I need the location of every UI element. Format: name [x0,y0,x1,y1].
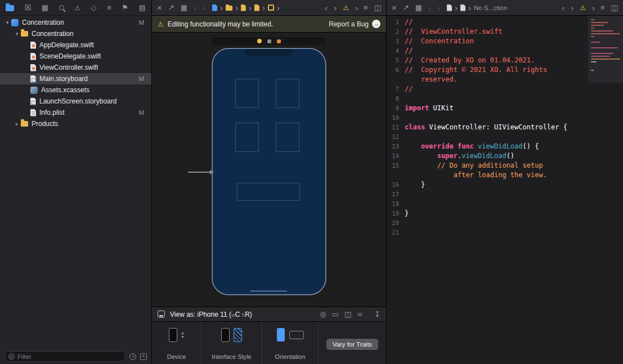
tree-item-scenedelegate-swift[interactable]: SceneDelegate.swift [0,51,151,62]
vary-for-traits-button[interactable]: Vary for Traits [326,339,379,350]
viewas-text[interactable]: View as: iPhone 11 (wC hR) [170,311,252,318]
issue-count-icon[interactable]: ⚠ [343,5,349,11]
crumb-back-icon[interactable]: ‹ [562,5,564,11]
code-line-10[interactable]: 10 [387,113,623,123]
symbol-navigator-icon[interactable]: ▦ [42,4,48,11]
related-items-icon[interactable]: ▦ [415,4,422,11]
bottom-view[interactable] [237,183,300,201]
breakpoint-navigator-icon[interactable]: ⚑ [122,4,128,11]
code-line-20[interactable]: 20 [387,218,623,228]
code-line-11[interactable]: 11class ViewController: UIViewController… [387,123,623,132]
go-forward-icon[interactable]: › [203,5,205,11]
code-line-19[interactable]: 19} [387,209,623,218]
code-line-1[interactable]: 1// [387,17,623,27]
report-navigator-icon[interactable]: ▤ [139,4,146,11]
disclosure-right-icon[interactable]: ▸ [13,121,21,127]
close-editor-icon[interactable]: × [157,3,162,12]
zoom-controls-icon[interactable]: ◎ [320,311,326,318]
first-responder-icon[interactable] [267,39,271,43]
crumb-file-2-icon[interactable] [254,5,259,11]
source-control-navigator-icon[interactable]: ☒ [25,4,32,11]
card-view[interactable] [235,79,259,108]
card-view[interactable] [235,123,259,152]
crumb-file-icon[interactable] [447,5,452,11]
recent-files-icon[interactable] [129,353,136,360]
tree-item-main-storyboard[interactable]: Main.storyboardM [0,73,151,84]
exit-icon[interactable] [277,39,281,43]
issue-count-icon[interactable]: ⚠ [580,5,586,11]
code-line-12[interactable]: 12 [387,132,623,142]
related-items-icon[interactable]: ▦ [181,4,187,11]
code-line-8[interactable]: 8 [387,94,623,104]
code-line-13[interactable]: 13 override func viewDidLoad() { [387,142,623,151]
minimap[interactable] [588,16,623,83]
code-line-21[interactable]: 21 [387,228,623,237]
adjust-editor-options-icon[interactable]: ≡ [600,4,605,11]
code-editor-area[interactable]: 1//2// ViewController.swift3// Concentra… [387,16,623,364]
iphone-canvas-frame[interactable] [212,48,326,295]
code-line-16[interactable]: 16 } [387,180,623,190]
go-back-icon[interactable]: ‹ [194,5,196,11]
embed-in-view-icon[interactable]: ▭ [332,311,339,318]
adjust-editor-options-icon[interactable]: ≡ [364,4,368,11]
code-line-9[interactable]: 9import UIKit [387,104,623,113]
card-view[interactable] [276,79,299,108]
update-frames-icon[interactable]: ↧ [374,311,380,318]
breadcrumb-selection[interactable]: No S...ction [474,5,507,11]
tree-item-launchscreen-storyboard[interactable]: LaunchScreen.storyboard [0,96,151,107]
landscape-orientation-icon[interactable] [289,331,304,339]
code-line-4[interactable]: 4// [387,46,623,56]
tree-item-products[interactable]: ▸Products [0,118,151,129]
go-back-icon[interactable]: ‹ [428,5,431,11]
light-style-icon[interactable] [234,328,242,342]
code-line-2[interactable]: 2// ViewController.swift [387,27,623,37]
crumb-group-icon[interactable] [226,6,232,11]
tree-item-concentration[interactable]: ▾ConcentrationM [0,17,151,28]
code-line-14[interactable]: 14 super.viewDidLoad() [387,151,623,161]
code-line-3[interactable]: 3// Concentration [387,37,623,46]
go-forward-icon[interactable]: › [437,5,440,11]
find-navigator-icon[interactable] [59,5,64,10]
card-view[interactable] [276,123,299,152]
filter-input[interactable]: Filter [5,351,126,362]
add-constraints-icon[interactable]: ≍ [357,311,363,318]
align-icon[interactable]: ◫ [344,311,351,318]
code-line-6[interactable]: 6// Copyright © 2021 XO. All rights rese… [387,65,623,84]
tree-item-appdelegate-swift[interactable]: AppDelegate.swift [0,39,151,51]
test-navigator-icon[interactable]: ◇ [91,4,97,11]
tree-item-info-plist[interactable]: Info.plistM [0,107,151,118]
source-control-status-icon[interactable] [140,353,147,360]
tree-item-assets-xcassets[interactable]: Assets.xcassets [0,84,151,96]
close-editor-icon[interactable]: × [392,3,397,12]
project-navigator-icon[interactable] [6,5,14,11]
report-a-bug-button[interactable]: Report a Bug → [329,20,380,28]
crumb-storyboard-icon[interactable] [268,5,274,11]
debug-navigator-icon[interactable]: ≡ [107,4,111,11]
tree-item-viewcontroller-swift[interactable]: ViewController.swift [0,62,151,73]
disclosure-down-icon[interactable]: ▾ [3,20,11,25]
crumb-back-icon[interactable]: ‹ [325,5,328,11]
device-stepper[interactable]: ▲▼ [181,331,185,339]
crumb-file-icon[interactable] [241,5,246,11]
initial-view-controller-arrow[interactable] [188,172,210,173]
device-phone-icon[interactable] [169,328,177,342]
focus-editor-icon[interactable]: ↗ [168,4,174,11]
crumb-project-icon[interactable] [212,5,217,11]
tree-item-concentration[interactable]: ▾Concentration [0,28,151,39]
crumb-forward-icon[interactable]: › [571,5,573,11]
focus-editor-icon[interactable]: ↗ [403,4,409,11]
add-editor-icon[interactable]: ◫ [611,4,618,11]
code-line-7[interactable]: 7// [387,84,623,94]
issue-navigator-icon[interactable]: ⚠ [74,5,80,11]
dark-style-icon[interactable] [221,328,230,342]
code-line-17[interactable]: 17 [387,190,623,199]
add-editor-icon[interactable]: ◫ [374,4,381,11]
interface-builder-canvas[interactable] [152,33,386,307]
disclosure-down-icon[interactable]: ▾ [13,31,21,37]
portrait-orientation-icon[interactable] [277,328,285,341]
crumb-file-2-icon[interactable] [460,5,465,11]
code-line-15[interactable]: 15 // Do any additional setup after load… [387,161,623,180]
code-line-18[interactable]: 18 [387,199,623,209]
device-bezel-toggle-icon[interactable] [158,311,165,318]
view-controller-icon[interactable] [257,39,262,43]
